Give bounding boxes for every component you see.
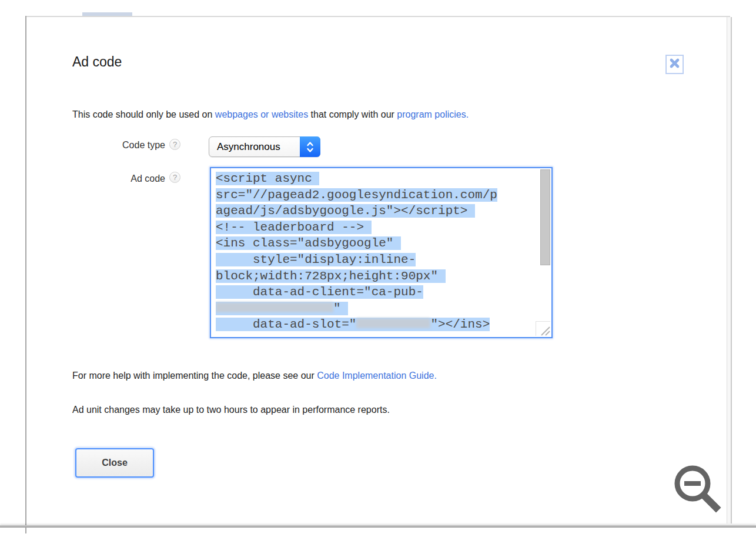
intro-text: This code should only be used on webpage…: [72, 109, 469, 120]
zoom-out-magnifier-icon: [670, 460, 724, 514]
code-type-select[interactable]: Asynchronous: [209, 136, 320, 157]
dialog-frame-left-border: [25, 16, 26, 533]
ad-code-line: data-ad-client="ca-pub-: [216, 284, 539, 301]
ad-code-line: style="display:inline-: [216, 252, 539, 268]
up-down-chevrons-icon: [300, 136, 320, 157]
textarea-resize-handle[interactable]: [536, 321, 550, 336]
dialog-title: Ad code: [72, 54, 122, 70]
code-type-label: Code type: [59, 140, 165, 151]
ad-code-content: <script async src="//pagead2.googlesyndi…: [216, 171, 539, 335]
ad-code-textarea[interactable]: <script async src="//pagead2.googlesyndi…: [210, 167, 553, 338]
dialog-frame-top-border: [25, 16, 730, 17]
textarea-scrollbar-thumb[interactable]: [540, 169, 550, 265]
program-policies-link[interactable]: program policies.: [397, 109, 469, 119]
code-implementation-guide-link[interactable]: Code Implementation Guide.: [317, 371, 437, 381]
close-dialog-button[interactable]: [665, 55, 684, 74]
ad-code-help-icon[interactable]: ?: [169, 172, 180, 183]
ad-code-line: block;width:728px;height:90px": [216, 268, 539, 285]
help-text: For more help with implementing the code…: [72, 371, 437, 381]
code-type-selected-value: Asynchronous: [209, 141, 300, 153]
ad-code-line: <!-- leaderboard -->: [216, 219, 539, 236]
ad-code-line: <script async: [216, 171, 539, 187]
ad-code-label: Ad code: [59, 174, 165, 184]
ad-code-line: <ins class="adsbygoogle": [216, 235, 539, 252]
dialog-frame-bottom-shadow: [0, 525, 756, 528]
note-text: Ad unit changes may take up to two hours…: [72, 405, 390, 415]
close-button[interactable]: Close: [75, 448, 154, 478]
ad-code-line: src="//pagead2.googlesyndication.com/p: [216, 187, 539, 204]
code-type-help-icon[interactable]: ?: [169, 139, 180, 150]
redacted-value: [216, 302, 333, 312]
redacted-value: [356, 318, 430, 328]
ad-code-line: data-ad-slot=""></ins>: [216, 316, 539, 333]
dialog-frame-right-border: [727, 17, 732, 523]
webpages-or-websites-link[interactable]: webpages or websites: [215, 109, 308, 119]
intro-text-mid: that comply with our: [308, 109, 397, 119]
x-close-icon: [669, 58, 680, 71]
intro-text-pre: This code should only be used on: [72, 109, 215, 119]
ad-code-line: agead/js/adsbygoogle.js"></script>: [216, 203, 539, 219]
help-text-pre: For more help with implementing the code…: [72, 371, 317, 381]
ad-code-line: ": [216, 301, 539, 317]
